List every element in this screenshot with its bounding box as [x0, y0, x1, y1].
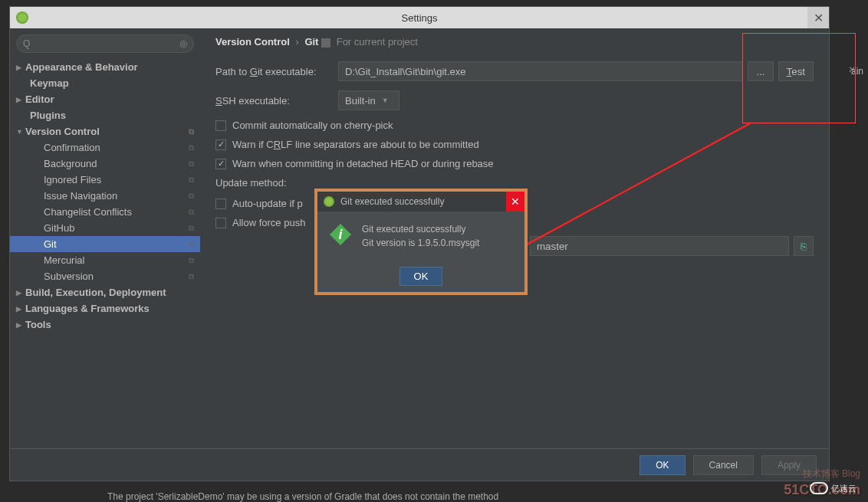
copy-icon: ⧉ [189, 240, 194, 249]
copy-icon: ⧉ [189, 224, 194, 233]
ok-button[interactable]: OK [639, 455, 685, 475]
sidebar: Q ◎ ▶Appearance & BehaviorKeymap▶EditorP… [10, 28, 200, 448]
cancel-button[interactable]: Cancel [693, 455, 754, 475]
ssh-label: SSH executable: [215, 95, 338, 107]
crlf-label: Warn if CRLF line separators are about t… [232, 139, 479, 150]
cherry-pick-checkbox[interactable] [215, 120, 226, 131]
project-icon [321, 38, 330, 48]
dialog-close-icon[interactable]: ✕ [506, 192, 524, 212]
autoupdate-label: Auto-update if p [232, 198, 303, 209]
tree-arrow-icon: ▶ [16, 305, 25, 313]
chevron-down-icon: ▼ [382, 97, 389, 104]
tree-arrow-icon: ▶ [16, 321, 25, 329]
branch-add-button[interactable]: ⎘ [794, 236, 814, 256]
detached-label: Warn when committing in detached HEAD or… [232, 158, 494, 169]
copy-icon: ⧉ [189, 192, 194, 201]
git-path-input[interactable] [338, 61, 743, 81]
background-close-icon: ✕ [848, 64, 856, 75]
test-button[interactable]: Test [778, 61, 814, 81]
copy-icon: ⧉ [189, 208, 194, 217]
tree-label: Subversion [44, 271, 94, 282]
tree-item-mercurial[interactable]: Mercurial⧉ [10, 252, 200, 268]
tree-arrow-icon: ▼ [16, 128, 25, 136]
detached-checkbox[interactable] [215, 159, 226, 169]
tree-label: Version Control [25, 126, 100, 137]
project-scope: For current project [337, 36, 418, 48]
cloud-icon [810, 482, 828, 494]
tree-item-version-control[interactable]: ▼Version Control⧉ [10, 123, 200, 139]
app-icon [16, 11, 28, 24]
tree-label: Plugins [30, 110, 66, 121]
search-input[interactable] [33, 38, 179, 49]
tree-item-editor[interactable]: ▶Editor [10, 91, 200, 107]
tree-label: Editor [25, 94, 54, 105]
search-bar[interactable]: Q ◎ [16, 34, 194, 53]
tree-item-ignored-files[interactable]: Ignored Files⧉ [10, 172, 200, 188]
tree-item-languages-frameworks[interactable]: ▶Languages & Frameworks [10, 300, 200, 317]
tree-label: Ignored Files [44, 174, 101, 185]
tree-arrow-icon: ▶ [16, 64, 25, 71]
close-icon[interactable]: ✕ [807, 7, 829, 28]
watermark-blog: 技术博客 Blog [803, 468, 860, 481]
tree-item-issue-navigation[interactable]: Issue Navigation⧉ [10, 188, 200, 204]
info-icon: i [328, 222, 353, 247]
success-dialog: Git executed successfully ✕ i Git execut… [314, 189, 528, 295]
tree-item-changelist-conflicts[interactable]: Changelist Conflicts⧉ [10, 204, 200, 220]
tree-label: Languages & Frameworks [25, 303, 150, 314]
tree-label: Changelist Conflicts [44, 206, 132, 218]
path-label: Path to Git executable: [215, 66, 338, 77]
dialog-ok-button[interactable]: OK [399, 267, 443, 286]
tree-label: Tools [25, 319, 51, 330]
tree-item-build-execution-deployment[interactable]: ▶Build, Execution, Deployment [10, 284, 200, 300]
tree-label: Issue Navigation [44, 190, 117, 202]
dialog-footer: OK Cancel Apply [10, 448, 829, 481]
tree-label: Build, Execution, Deployment [25, 287, 166, 298]
copy-icon: ⧉ [189, 159, 194, 169]
tree-label: Mercurial [44, 254, 84, 266]
crumb-git: Git [304, 36, 318, 48]
ssh-select[interactable]: Built-in ▼ [338, 90, 399, 110]
forcepush-checkbox[interactable] [215, 218, 226, 228]
copy-icon: ⧉ [189, 272, 194, 281]
autoupdate-checkbox[interactable] [215, 199, 226, 209]
dialog-app-icon [324, 196, 334, 207]
status-bar-text: The project 'SerlizableDemo' may be usin… [107, 491, 498, 502]
tree-item-subversion[interactable]: Subversion⧉ [10, 268, 200, 284]
watermark-cloud: 亿速云 [810, 482, 856, 494]
titlebar: Settings ✕ [10, 7, 829, 28]
copy-icon: ⧉ [189, 127, 194, 136]
tree-item-background[interactable]: Background⧉ [10, 156, 200, 172]
copy-icon: ⧉ [189, 256, 194, 265]
tree-item-appearance-behavior[interactable]: ▶Appearance & Behavior [10, 59, 200, 75]
update-label: Update method: [215, 177, 307, 189]
browse-button[interactable]: ... [748, 61, 773, 81]
tree-item-github[interactable]: GitHub⧉ [10, 220, 200, 236]
tree-label: Appearance & Behavior [25, 61, 138, 73]
tree-item-confirmation[interactable]: Confirmation⧉ [10, 139, 200, 156]
tree-label: Git [44, 238, 57, 250]
crlf-checkbox[interactable] [215, 139, 226, 150]
dialog-message: Git executed successfully Git version is… [362, 222, 479, 250]
window-title: Settings [402, 12, 438, 24]
crumb-vc[interactable]: Version Control [215, 36, 290, 48]
target-icon: ◎ [179, 38, 187, 49]
forcepush-label: Allow force push [232, 217, 305, 228]
dialog-title: Git executed successfully [340, 196, 444, 207]
dialog-titlebar: Git executed successfully ✕ [317, 192, 524, 212]
tree-item-keymap[interactable]: Keymap [10, 75, 200, 91]
settings-tree: ▶Appearance & BehaviorKeymap▶EditorPlugi… [10, 59, 200, 333]
copy-icon: ⧉ [189, 143, 194, 153]
tree-arrow-icon: ▶ [16, 96, 25, 103]
cherry-pick-label: Commit automatically on cherry-pick [232, 120, 393, 131]
copy-icon: ⧉ [189, 176, 194, 185]
tree-arrow-icon: ▶ [16, 289, 25, 297]
tree-item-plugins[interactable]: Plugins [10, 107, 200, 123]
tree-label: Confirmation [44, 142, 100, 153]
branch-input[interactable] [530, 236, 789, 256]
tree-item-git[interactable]: Git⧉ [10, 236, 200, 252]
tree-label: Keymap [30, 77, 69, 89]
tree-label: GitHub [44, 222, 74, 234]
tree-item-tools[interactable]: ▶Tools [10, 317, 200, 333]
search-icon: Q [23, 38, 30, 49]
breadcrumb: Version Control › Git For current projec… [215, 36, 814, 48]
